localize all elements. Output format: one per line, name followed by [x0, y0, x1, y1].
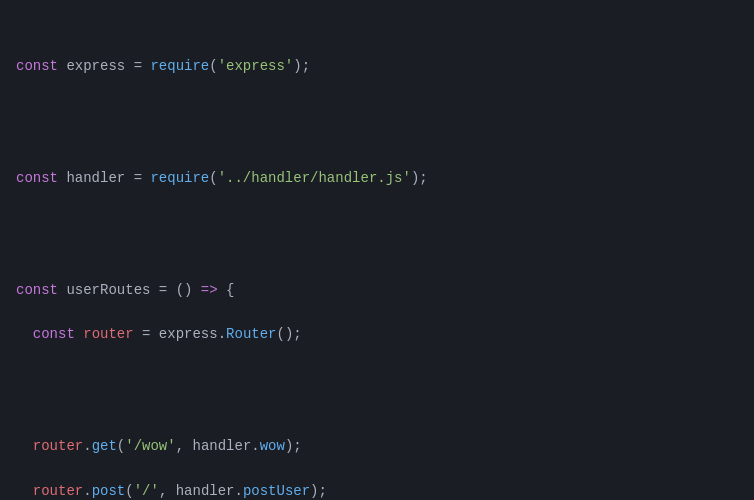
line-6: const router = express.Router(); [16, 323, 738, 345]
line-1: const express = require('express'); [16, 55, 738, 77]
code-editor: const express = require('express'); cons… [16, 10, 738, 500]
line-blank-3 [16, 391, 738, 413]
line-3: const handler = require('../handler/hand… [16, 167, 738, 189]
line-9: router.post('/', handler.postUser); [16, 480, 738, 500]
line-5: const userRoutes = () => { [16, 279, 738, 301]
line-blank-1 [16, 122, 738, 144]
line-8: router.get('/wow', handler.wow); [16, 435, 738, 457]
line-blank-2 [16, 234, 738, 256]
